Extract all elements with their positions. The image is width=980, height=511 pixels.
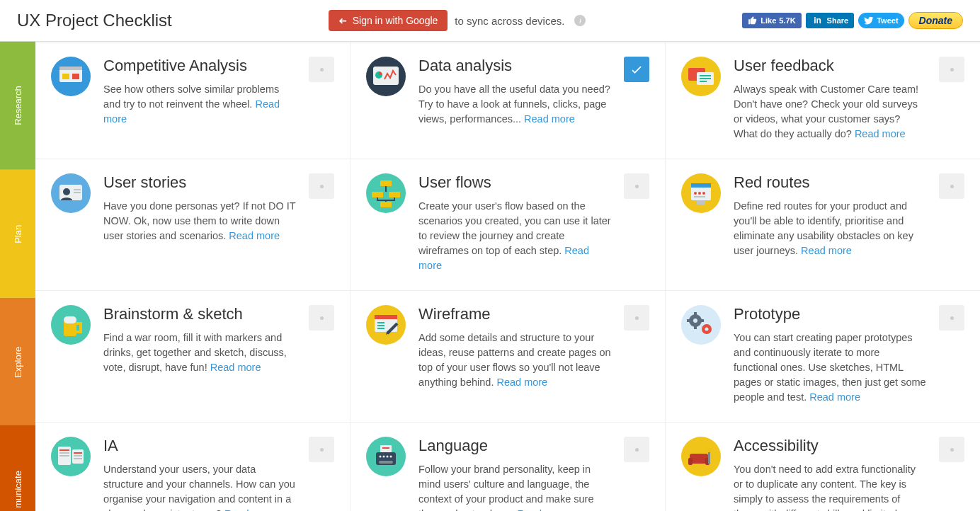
sidebar-tab-explore[interactable]: Explore [0,298,35,426]
sidebar-tab-communicate[interactable]: municate [0,425,35,511]
read-more-link[interactable]: Read more [224,508,275,511]
read-more-link[interactable]: Read more [524,113,575,125]
read-more-link[interactable]: Read more [210,362,261,373]
card-checkbox[interactable] [624,437,649,462]
svg-rect-63 [379,461,393,464]
read-more-link[interactable]: Read more [229,230,280,241]
read-more-link[interactable]: Read more [418,245,589,271]
info-icon[interactable]: i [574,15,586,26]
card-description: Follow your brand personality, keep in m… [418,462,611,511]
card-user-stories: User stories Have you done personas yet?… [35,159,350,290]
read-more-link[interactable]: Read more [496,377,547,388]
card-checkbox[interactable] [624,173,649,199]
card-body: Competitive Analysis See how others solv… [103,57,296,142]
card-checkbox[interactable] [939,437,964,462]
sidebar-tab-plan[interactable]: Plan [0,170,35,298]
svg-rect-26 [691,183,711,188]
sidebar-label: Plan [13,224,23,243]
read-more-link[interactable]: Read more [855,128,906,139]
svg-rect-54 [59,455,69,457]
card-checkbox[interactable] [309,305,334,331]
svg-rect-38 [377,322,384,323]
facebook-like-button[interactable]: Like 5.7K [742,13,801,28]
persona-icon [51,173,91,213]
sidebar-tab-research[interactable]: Research [0,42,35,170]
google-signin-label: Sign in with Google [353,15,438,26]
read-more-link[interactable]: Read more [517,508,568,511]
svg-rect-20 [380,180,392,186]
sync-text: to sync across devices. [455,15,564,27]
google-signin-button[interactable]: Sign in with Google [329,10,448,31]
card-checkbox[interactable] [309,57,334,82]
card-title: Prototype [734,305,926,323]
routes-icon [681,173,721,213]
svg-rect-72 [708,451,710,464]
svg-rect-11 [700,75,711,76]
card-body: Data analysis Do you have all the useful… [418,57,611,142]
screens-icon [51,57,91,96]
svg-rect-31 [697,200,705,205]
card-accessibility: Accessibility You don't need to add extr… [666,423,980,511]
linkedin-share-button[interactable]: in Share [806,13,855,28]
unchecked-dot [320,185,324,188]
card-title: User stories [103,173,296,192]
unchecked-dot [950,448,954,452]
twitter-icon [864,16,874,25]
read-more-link[interactable]: Read more [103,98,280,125]
svg-rect-2 [59,67,82,70]
svg-rect-47 [694,326,697,329]
card-checkbox[interactable] [939,305,964,331]
card-checkbox[interactable] [309,437,334,462]
twitter-tweet-button[interactable]: Tweet [858,13,904,28]
svg-rect-37 [375,315,397,319]
svg-point-27 [694,192,697,195]
svg-rect-13 [700,81,707,82]
svg-rect-61 [382,447,389,449]
sidebar-label: municate [13,471,23,509]
sofa-icon [681,437,721,476]
unchecked-dot [635,316,639,320]
card-title: Accessibility [734,437,926,455]
svg-point-73 [707,447,712,452]
card-checkbox[interactable] [624,305,649,331]
svg-rect-22 [389,192,400,197]
content: Research Plan Explore municate Competiti… [0,42,980,511]
thumbs-up-icon [748,16,758,25]
cards-grid: Competitive Analysis See how others solv… [35,42,980,511]
unchecked-dot [635,185,639,188]
card-prototype: Prototype You can start creating paper p… [666,291,980,422]
donate-button[interactable]: Donate [908,12,963,29]
svg-point-43 [693,318,697,323]
sidebar: Research Plan Explore municate [0,42,35,511]
svg-rect-46 [694,312,697,315]
unchecked-dot [320,448,324,452]
card-title: Brainstorm & sketch [103,305,296,323]
card-checkbox[interactable] [624,57,649,82]
card-wireframe: Wireframe Add some details and structure… [351,291,665,422]
card-title: Data analysis [418,57,611,75]
linkedin-icon: in [811,14,824,27]
card-title: User feedback [734,57,926,75]
svg-rect-23 [380,202,392,207]
card-checkbox[interactable] [939,173,964,199]
read-more-link[interactable]: Read more [809,391,860,403]
svg-point-41 [681,305,721,345]
card-title: Wireframe [418,305,611,323]
card-red-routes: Red routes Define red routes for your pr… [666,159,980,290]
chart-icon [366,57,406,96]
unchecked-dot [635,448,639,452]
card-checkbox[interactable] [939,57,964,82]
card-description: You can start creating paper prototypes … [734,331,926,405]
signin-icon [338,15,347,26]
wireframe-icon [366,305,406,345]
svg-rect-58 [74,458,82,459]
card-description: Do you have all the useful data you need… [418,82,611,127]
card-title: Competitive Analysis [103,57,296,75]
card-title: Red routes [734,173,926,192]
card-body: Accessibility You don't need to add extr… [734,437,926,511]
read-more-link[interactable]: Read more [801,245,852,256]
card-checkbox[interactable] [309,173,334,199]
unchecked-dot [950,316,954,320]
svg-rect-53 [59,452,69,454]
svg-point-65 [383,456,385,458]
